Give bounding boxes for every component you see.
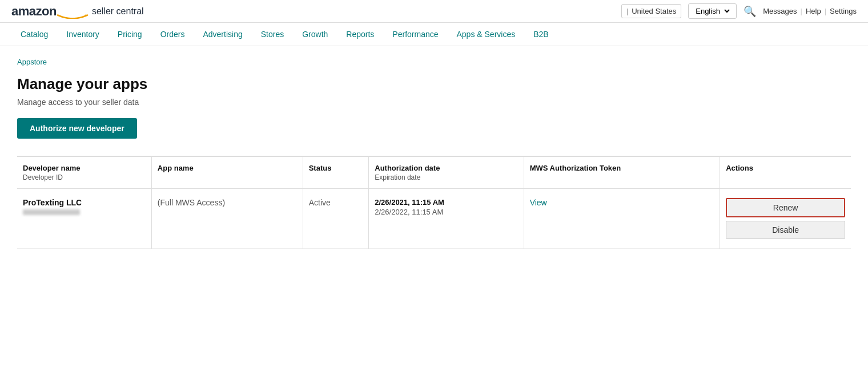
top-bar-controls: | United States English Spanish French 🔍…	[621, 3, 857, 19]
table-header-row: Developer name Developer ID App name Sta…	[17, 157, 851, 189]
search-icon: 🔍	[744, 6, 756, 17]
th-developer: Developer name Developer ID	[17, 157, 151, 189]
country-name: United States	[632, 7, 676, 15]
nav-item-reports[interactable]: Reports	[337, 23, 383, 46]
seller-central-label: seller central	[92, 6, 144, 17]
top-links: Messages | Help | Settings	[763, 7, 857, 15]
disable-button[interactable]: Disable	[726, 221, 845, 239]
nav-item-catalog[interactable]: Catalog	[11, 23, 57, 46]
country-separator: |	[626, 7, 628, 15]
td-token: View	[524, 189, 720, 249]
td-status: Active	[303, 189, 369, 249]
view-token-link[interactable]: View	[530, 198, 547, 207]
app-name: (Full MWS Access)	[158, 198, 225, 207]
nav-item-b2b[interactable]: B2B	[524, 23, 557, 46]
td-developer: ProTexting LLC	[17, 189, 151, 249]
nav-item-advertising[interactable]: Advertising	[194, 23, 251, 46]
th-status-label: Status	[309, 164, 332, 172]
amazon-logo: amazon	[11, 4, 89, 19]
amazon-smile-icon	[57, 14, 89, 19]
table-row: ProTexting LLC(Full MWS Access)Active2/2…	[17, 189, 851, 249]
nav-item-stores[interactable]: Stores	[252, 23, 293, 46]
th-developer-label: Developer name	[23, 164, 80, 172]
amazon-word-mark: amazon	[11, 4, 57, 19]
th-status: Status	[303, 157, 369, 189]
search-button[interactable]: 🔍	[744, 5, 756, 18]
page-title: Manage your apps	[17, 75, 851, 93]
page-subtitle: Manage access to your seller data	[17, 98, 851, 107]
nav-item-apps-services[interactable]: Apps & Services	[448, 23, 525, 46]
th-actions: Actions	[720, 157, 851, 189]
exp-date: 2/26/2022, 11:15 AM	[375, 208, 517, 216]
actions-container: RenewDisable	[726, 198, 845, 239]
th-token: MWS Authorization Token	[524, 157, 720, 189]
th-token-label: MWS Authorization Token	[530, 164, 621, 172]
help-link[interactable]: Help	[806, 7, 821, 15]
nav-item-orders[interactable]: Orders	[151, 23, 194, 46]
link-separator-2: |	[825, 7, 826, 15]
td-appname: (Full MWS Access)	[151, 189, 303, 249]
nav-item-performance[interactable]: Performance	[383, 23, 447, 46]
link-separator-1: |	[800, 7, 802, 15]
main-content: Appstore Manage your apps Manage access …	[0, 46, 868, 260]
renew-button[interactable]: Renew	[726, 198, 845, 217]
settings-link[interactable]: Settings	[830, 7, 857, 15]
nav-item-pricing[interactable]: Pricing	[108, 23, 151, 46]
nav-bar: CatalogInventoryPricingOrdersAdvertising…	[0, 23, 868, 46]
td-dates: 2/26/2021, 11:15 AM2/26/2022, 11:15 AM	[369, 189, 524, 249]
authorize-new-developer-button[interactable]: Authorize new developer	[17, 118, 137, 139]
top-bar: amazon seller central | United States En…	[0, 0, 868, 23]
developer-name: ProTexting LLC	[23, 198, 82, 207]
messages-link[interactable]: Messages	[763, 7, 797, 15]
th-expdate-label: Expiration date	[375, 173, 517, 181]
auth-date: 2/26/2021, 11:15 AM	[375, 198, 517, 207]
apps-table: Developer name Developer ID App name Sta…	[17, 157, 851, 249]
th-authdate-label: Authorization date	[375, 164, 440, 172]
logo-area: amazon seller central	[11, 4, 144, 19]
breadcrumb[interactable]: Appstore	[17, 58, 851, 66]
nav-item-inventory[interactable]: Inventory	[57, 23, 108, 46]
nav-item-growth[interactable]: Growth	[293, 23, 337, 46]
country-selector[interactable]: | United States	[621, 4, 681, 18]
th-actions-label: Actions	[726, 164, 753, 172]
language-selector[interactable]: English Spanish French	[688, 3, 737, 19]
language-select[interactable]: English Spanish French	[693, 6, 732, 16]
th-developer-sublabel: Developer ID	[23, 173, 146, 181]
td-actions: RenewDisable	[720, 189, 851, 249]
th-appname: App name	[151, 157, 303, 189]
th-appname-label: App name	[158, 164, 194, 172]
th-dates: Authorization date Expiration date	[369, 157, 524, 189]
status-value: Active	[309, 198, 331, 207]
developer-id-blurred	[23, 209, 80, 215]
